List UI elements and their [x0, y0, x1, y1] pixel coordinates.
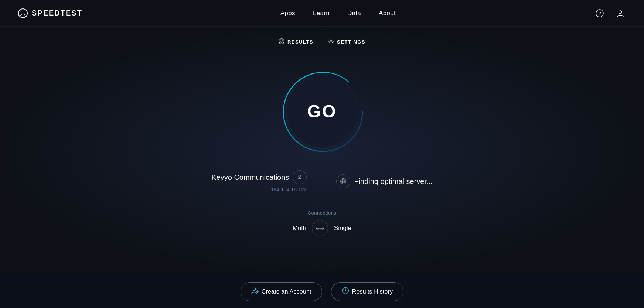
- isp-info: Keyyo Communications 194.104.18.122: [211, 170, 307, 192]
- create-account-icon: [251, 287, 259, 296]
- svg-point-7: [299, 175, 301, 178]
- connections-toggle: Multi Single: [293, 220, 351, 236]
- nav-data[interactable]: Data: [347, 10, 361, 17]
- go-circle-outer: GO: [282, 71, 363, 152]
- tab-settings-label: SETTINGS: [337, 39, 365, 45]
- conn-multi-label[interactable]: Multi: [293, 225, 306, 232]
- go-button-container: GO: [282, 71, 363, 152]
- conn-toggle-button[interactable]: [312, 220, 328, 236]
- svg-text:?: ?: [598, 11, 601, 16]
- check-icon: [279, 38, 284, 45]
- user-icon-button[interactable]: [614, 7, 626, 19]
- isp-name-row: Keyyo Communications: [211, 170, 307, 184]
- isp-section: Keyyo Communications 194.104.18.122: [211, 170, 432, 192]
- svg-point-16: [253, 288, 255, 291]
- isp-user-icon: [297, 174, 303, 180]
- tab-results-label: RESULTS: [287, 39, 313, 45]
- tab-settings[interactable]: SETTINGS: [328, 35, 365, 48]
- globe-icon: [340, 178, 347, 185]
- create-account-label: Create an Account: [262, 288, 311, 295]
- connections-label: Connections: [308, 210, 337, 216]
- results-history-button[interactable]: Results History: [331, 282, 404, 301]
- tab-results[interactable]: RESULTS: [279, 35, 313, 48]
- svg-point-3: [619, 11, 622, 14]
- svg-point-4: [279, 39, 284, 44]
- nav-icon-group: ?: [594, 7, 626, 19]
- isp-ip: 194.104.18.122: [271, 186, 307, 192]
- results-history-icon: [342, 287, 349, 296]
- main-nav: Apps Learn Data About: [280, 10, 396, 17]
- user-icon: [616, 9, 624, 17]
- tabs-bar: RESULTS SETTINGS: [279, 35, 365, 48]
- nav-apps[interactable]: Apps: [280, 10, 295, 17]
- create-account-button[interactable]: Create an Account: [241, 282, 322, 301]
- gear-icon: [328, 38, 334, 45]
- help-icon: ?: [596, 9, 604, 17]
- isp-name: Keyyo Communications: [211, 173, 289, 182]
- speedtest-logo-icon: [18, 8, 28, 18]
- nav-learn[interactable]: Learn: [313, 10, 330, 17]
- go-label: GO: [307, 101, 337, 122]
- nav-about[interactable]: About: [379, 10, 396, 17]
- isp-user-icon-button[interactable]: [293, 170, 307, 184]
- server-status: Finding optimal server...: [354, 177, 432, 186]
- server-globe-icon-button[interactable]: [336, 174, 350, 188]
- logo-text: SPEEDTEST: [32, 9, 82, 17]
- svg-point-5: [330, 41, 332, 42]
- server-info: Finding optimal server...: [336, 174, 432, 188]
- main-content: RESULTS SETTINGS: [0, 27, 644, 275]
- arrows-icon: [316, 226, 324, 231]
- results-history-label: Results History: [352, 288, 393, 295]
- go-button[interactable]: GO: [286, 75, 358, 147]
- conn-single-label[interactable]: Single: [334, 225, 351, 232]
- connections-section: Connections Multi Single: [293, 210, 351, 236]
- header: SPEEDTEST Apps Learn Data About ?: [0, 0, 644, 27]
- footer: Create an Account Results History: [0, 275, 644, 308]
- logo: SPEEDTEST: [18, 8, 82, 18]
- help-icon-button[interactable]: ?: [594, 7, 606, 19]
